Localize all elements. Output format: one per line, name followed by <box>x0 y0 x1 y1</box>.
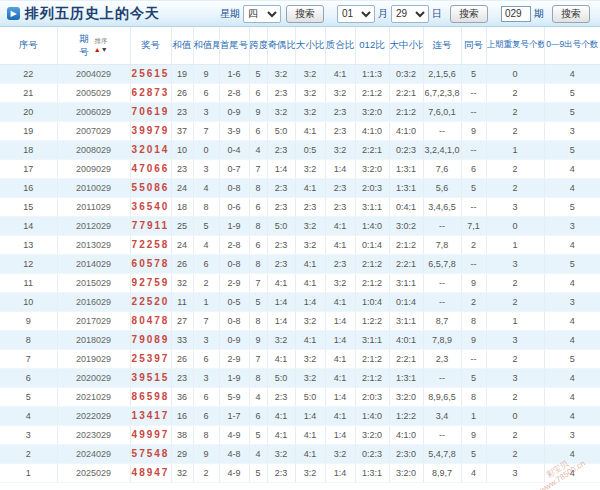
cell-大小比: 3:2 <box>295 463 325 482</box>
cell-大小比: 4:1 <box>295 121 325 140</box>
cell-012比: 2:1:2 <box>355 368 389 387</box>
cell-序号: 15 <box>0 197 57 216</box>
cell-同号: 2 <box>461 235 486 254</box>
cell-和值尾: 4 <box>193 235 219 254</box>
page-header: ▶ 排列五历史上的今天 星期 四 搜索 01 月 29 日 搜索 期 搜索 <box>0 0 600 27</box>
cell-和值: 26 <box>171 349 193 368</box>
date-search-button[interactable]: 搜索 <box>450 5 488 23</box>
day-label: 日 <box>432 7 442 21</box>
cell-连号: -- <box>423 273 461 292</box>
weekday-select[interactable]: 四 <box>243 5 281 23</box>
cell-首尾号: 1-9 <box>219 368 249 387</box>
cell-大小比: 4:1 <box>295 254 325 273</box>
cell-大中小比: 4:1:0 <box>389 425 423 444</box>
cell-序号: 4 <box>0 406 57 425</box>
cell-质合比: 1:4 <box>325 463 355 482</box>
cell-0—9出号个数: 4 <box>544 368 600 387</box>
cell-大小比: 3:2 <box>295 349 325 368</box>
cell-012比: 2:0:3 <box>355 387 389 406</box>
cell-首尾号: 0-8 <box>219 311 249 330</box>
cell-连号: -- <box>423 121 461 140</box>
page-title: 排列五历史上的今天 <box>25 5 160 23</box>
col-header-14: 上期重复号个数 <box>486 27 544 64</box>
cell-012比: 1:3:1 <box>355 463 389 482</box>
cell-序号: 10 <box>0 292 57 311</box>
cell-序号: 2 <box>0 444 57 463</box>
day-select[interactable]: 29 <box>391 5 429 23</box>
cell-首尾号: 2-8 <box>219 235 249 254</box>
cell-序号: 18 <box>0 140 57 159</box>
cell-期号: 2024029 <box>57 444 130 463</box>
sort-control[interactable]: 排序▲▼ <box>94 37 108 54</box>
sort-desc-icon[interactable]: ▼ <box>101 46 108 53</box>
cell-奇偶比: 4:1 <box>267 425 295 444</box>
cell-连号: -- <box>423 425 461 444</box>
cell-大小比: 3:2 <box>295 311 325 330</box>
cell-奇偶比: 3:2 <box>267 330 295 349</box>
cell-序号: 5 <box>0 387 57 406</box>
cell-和值尾: 3 <box>193 159 219 178</box>
cell-期号: 2017029 <box>57 311 130 330</box>
history-table: 序号期号排序▲▼奖号和值和值尾首尾号跨度奇偶比大小比质合比012比大中小比连号同… <box>0 27 600 483</box>
cell-奇偶比: 3:2 <box>267 102 295 121</box>
cell-首尾号: 4-9 <box>219 463 249 482</box>
cell-012比: 3:1:1 <box>355 330 389 349</box>
cell-和值尾: 4 <box>193 178 219 197</box>
cell-大中小比: 2:1:2 <box>389 102 423 121</box>
cell-连号: 3,4,6,5 <box>423 197 461 216</box>
cell-序号: 1 <box>0 463 57 482</box>
issue-search-button[interactable]: 搜索 <box>552 5 590 23</box>
issue-input[interactable] <box>501 6 531 22</box>
col-header-7: 奇偶比 <box>267 27 295 64</box>
cell-上期重复号个数: 2 <box>486 425 544 444</box>
cell-和值尾: 6 <box>193 254 219 273</box>
cell-跨度: 5 <box>249 463 267 482</box>
search-controls: 星期 四 搜索 01 月 29 日 搜索 期 搜索 <box>204 5 590 23</box>
table-row: 172009029470662330-771:43:21:43:2:01:3:1… <box>0 159 600 178</box>
sort-asc-icon[interactable]: ▲ <box>94 46 101 53</box>
cell-0—9出号个数: 5 <box>544 140 600 159</box>
cell-0—9出号个数: 5 <box>544 349 600 368</box>
col-header-5: 首尾号 <box>219 27 249 64</box>
cell-奇偶比: 4:1 <box>267 406 295 425</box>
cell-连号: -- <box>423 368 461 387</box>
cell-012比: 3:2:0 <box>355 102 389 121</box>
cell-0—9出号个数: 4 <box>544 311 600 330</box>
cell-同号: -- <box>461 140 486 159</box>
table-row: 32023029499973884-954:14:11:43:2:04:1:0-… <box>0 425 600 444</box>
cell-和值尾: 6 <box>193 406 219 425</box>
cell-连号: 7,8,9 <box>423 330 461 349</box>
cell-奖号: 25615 <box>130 64 171 83</box>
cell-和值: 29 <box>171 444 193 463</box>
cell-连号: 7,6,0,1 <box>423 102 461 121</box>
cell-跨度: 6 <box>249 83 267 102</box>
cell-012比: 2:2:1 <box>355 140 389 159</box>
cell-同号: -- <box>461 349 486 368</box>
cell-奇偶比: 2:3 <box>267 254 295 273</box>
cell-跨度: 6 <box>249 406 267 425</box>
cell-同号: 9 <box>461 330 486 349</box>
col-header-10: 012比 <box>355 27 389 64</box>
sort-label: 排序 <box>94 37 107 44</box>
cell-连号: 8,7 <box>423 311 461 330</box>
cell-大中小比: 3:1:1 <box>389 273 423 292</box>
cell-奇偶比: 2:3 <box>267 197 295 216</box>
cell-012比: 2:1:2 <box>355 349 389 368</box>
cell-012比: 3:1:1 <box>355 197 389 216</box>
cell-同号: 1 <box>461 406 486 425</box>
cell-0—9出号个数: 4 <box>544 273 600 292</box>
cell-首尾号: 0-5 <box>219 292 249 311</box>
cell-大中小比: 3:0:2 <box>389 216 423 235</box>
cell-上期重复号个数: 3 <box>486 463 544 482</box>
month-select[interactable]: 01 <box>337 5 375 23</box>
cell-和值: 32 <box>171 463 193 482</box>
table-row: 62020029395152331-985:03:24:12:1:21:3:1-… <box>0 368 600 387</box>
cell-质合比: 1:4 <box>325 387 355 406</box>
cell-质合比: 4:1 <box>325 349 355 368</box>
cell-序号: 16 <box>0 178 57 197</box>
weekday-search-button[interactable]: 搜索 <box>286 5 324 23</box>
cell-序号: 6 <box>0 368 57 387</box>
table-row: 152011029365401880-662:32:32:33:1:10:4:1… <box>0 197 600 216</box>
cell-首尾号: 2-8 <box>219 83 249 102</box>
cell-奇偶比: 2:3 <box>267 140 295 159</box>
